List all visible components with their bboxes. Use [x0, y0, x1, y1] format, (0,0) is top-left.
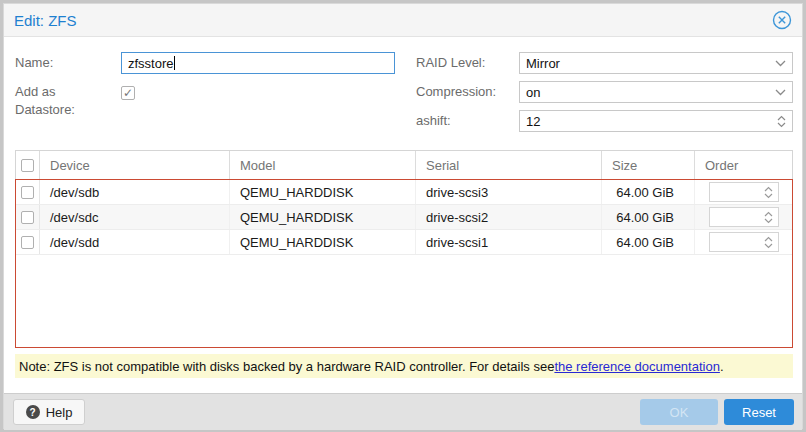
compression-combo[interactable]: on — [519, 81, 793, 103]
column-header-device[interactable]: Device — [40, 151, 230, 179]
column-header-order[interactable]: Order — [695, 151, 792, 179]
add-datastore-checkbox[interactable]: ✓ — [121, 86, 135, 100]
reset-button[interactable]: Reset — [724, 399, 794, 425]
order-spinner[interactable] — [709, 182, 779, 202]
ashift-value: 12 — [526, 114, 777, 129]
compression-label: Compression: — [416, 81, 496, 103]
dialog-title: Edit: ZFS — [14, 12, 772, 29]
ok-button[interactable]: OK — [640, 399, 718, 425]
cell-order — [695, 205, 792, 229]
column-header-model[interactable]: Model — [230, 151, 416, 179]
raid-level-value: Mirror — [526, 56, 775, 71]
edit-zfs-dialog: Edit: ZFS Name: zfsstore Add as Datastor… — [3, 3, 803, 429]
help-button-label: Help — [46, 405, 73, 420]
note-suffix: . — [720, 359, 724, 374]
order-spinner[interactable] — [709, 232, 779, 252]
help-button[interactable]: ? Help — [13, 399, 85, 425]
table-row[interactable]: /dev/sdb QEMU_HARDDISK drive-scsi3 64.00… — [16, 180, 792, 205]
close-icon[interactable] — [772, 10, 792, 30]
zfs-note: Note: ZFS is not compatible with disks b… — [15, 354, 793, 378]
cell-order — [695, 230, 792, 254]
name-input-value: zfsstore — [128, 56, 174, 71]
row-checkbox[interactable] — [21, 186, 34, 199]
cell-serial: drive-scsi1 — [416, 230, 602, 254]
help-icon: ? — [26, 405, 40, 419]
name-input[interactable]: zfsstore — [121, 52, 395, 74]
dialog-titlebar: Edit: ZFS — [4, 4, 802, 37]
compression-value: on — [526, 85, 775, 100]
reference-documentation-link[interactable]: the reference documentation — [554, 359, 720, 374]
disk-table-header: Device Model Serial Size Order — [15, 150, 793, 179]
cell-model: QEMU_HARDDISK — [230, 180, 416, 204]
table-row[interactable]: /dev/sdc QEMU_HARDDISK drive-scsi2 64.00… — [16, 205, 792, 230]
row-checkbox[interactable] — [21, 211, 34, 224]
screen: Edit: ZFS Name: zfsstore Add as Datastor… — [0, 0, 806, 432]
cell-size: 64.00 GiB — [602, 230, 695, 254]
spinner-arrows-icon[interactable] — [764, 186, 773, 199]
disk-table-body: /dev/sdb QEMU_HARDDISK drive-scsi3 64.00… — [15, 179, 793, 348]
cell-device: /dev/sdb — [40, 180, 230, 204]
cell-model: QEMU_HARDDISK — [230, 205, 416, 229]
column-header-size[interactable]: Size — [602, 151, 695, 179]
select-all-cell[interactable] — [16, 151, 40, 179]
column-header-serial[interactable]: Serial — [416, 151, 602, 179]
chevron-down-icon[interactable] — [775, 60, 786, 67]
row-checkbox[interactable] — [21, 236, 34, 249]
cell-serial: drive-scsi2 — [416, 205, 602, 229]
row-checkbox-cell[interactable] — [16, 230, 40, 254]
ashift-label: ashift: — [416, 110, 451, 132]
cell-serial: drive-scsi3 — [416, 180, 602, 204]
spinner-arrows-icon[interactable] — [764, 211, 773, 224]
add-datastore-label: Add as Datastore: — [15, 83, 107, 119]
name-label: Name: — [15, 52, 53, 74]
cell-model: QEMU_HARDDISK — [230, 230, 416, 254]
cell-order — [695, 180, 792, 204]
raid-level-label: RAID Level: — [416, 52, 485, 74]
select-all-checkbox[interactable] — [21, 159, 34, 172]
spinner-arrows-icon[interactable] — [764, 236, 773, 249]
table-row[interactable]: /dev/sdd QEMU_HARDDISK drive-scsi1 64.00… — [16, 230, 792, 255]
spinner-arrows-icon[interactable] — [777, 115, 786, 128]
cell-size: 64.00 GiB — [602, 180, 695, 204]
dialog-footer: ? Help OK Reset — [4, 393, 802, 430]
row-checkbox-cell[interactable] — [16, 180, 40, 204]
note-text: Note: ZFS is not compatible with disks b… — [19, 359, 554, 374]
ashift-spinner[interactable]: 12 — [519, 110, 793, 132]
checkmark-icon: ✓ — [123, 87, 133, 99]
raid-level-combo[interactable]: Mirror — [519, 52, 793, 74]
order-spinner[interactable] — [709, 207, 779, 227]
text-caret — [174, 56, 175, 70]
row-checkbox-cell[interactable] — [16, 205, 40, 229]
cell-device: /dev/sdc — [40, 205, 230, 229]
cell-device: /dev/sdd — [40, 230, 230, 254]
chevron-down-icon[interactable] — [775, 89, 786, 96]
cell-size: 64.00 GiB — [602, 205, 695, 229]
